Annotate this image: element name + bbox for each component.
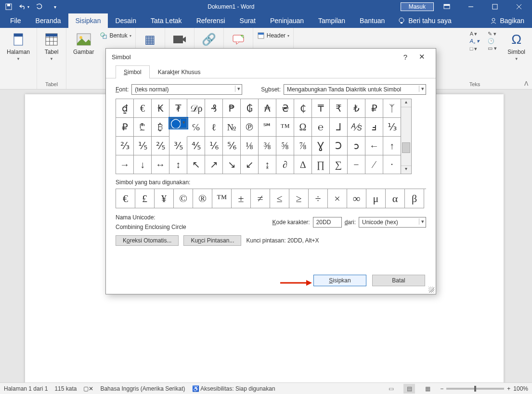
symbol-cell[interactable]: ↑ — [383, 137, 401, 155]
symbol-cell[interactable]: ⅗ — [169, 137, 187, 155]
tell-me[interactable]: Beri tahu saya — [392, 13, 457, 28]
symbol-cell[interactable]: ₳ — [259, 99, 276, 118]
symbol-cell[interactable]: ⅎ — [365, 118, 383, 137]
symbol-cell[interactable]: ⅚ — [223, 137, 241, 155]
symbol-cell[interactable]: ⅖ — [152, 137, 169, 155]
zoom-slider[interactable] — [446, 388, 504, 390]
symbol-cell[interactable]: ₵ — [294, 99, 312, 118]
ribbon-display-icon[interactable] — [436, 0, 458, 13]
word-count[interactable]: 115 kata — [54, 385, 77, 392]
recent-symbol-cell[interactable]: © — [174, 189, 193, 208]
scroll-thumb[interactable] — [402, 142, 410, 153]
symbol-cell[interactable]: ⅍ — [348, 118, 365, 137]
recent-symbol-cell[interactable]: ¥ — [155, 189, 174, 208]
symbol-cell[interactable]: ∂ — [276, 155, 294, 174]
tab-review[interactable]: Peninjauan — [263, 13, 311, 28]
table-button[interactable]: Tabel▼ — [41, 30, 62, 64]
symbol-cell[interactable]: ₽ — [116, 118, 134, 137]
symbol-cell[interactable]: ₭ — [152, 99, 169, 118]
symbol-cell[interactable]: ₿ — [152, 118, 169, 137]
print-layout-icon[interactable]: ▤ — [403, 384, 415, 394]
symbol-cell[interactable]: ᛉ — [383, 99, 401, 118]
from-select[interactable]: Unicode (hex) — [359, 217, 426, 228]
symbol-cell[interactable]: ↨ — [259, 155, 276, 174]
tab-references[interactable]: Referensi — [189, 13, 233, 28]
symbol-cell[interactable]: ∏ — [312, 155, 330, 174]
tab-design[interactable]: Desain — [108, 13, 143, 28]
shortcut-key-button[interactable]: Kunci Pintasan... — [183, 235, 241, 246]
symbol-cell[interactable]: Ɣ — [312, 137, 330, 155]
symbol-cell[interactable]: ⅝ — [276, 137, 294, 155]
symbol-cell[interactable]: ₴ — [276, 99, 294, 118]
symbol-grid[interactable]: ₫€₭₮𝒟ρ₰₱₲₳₴₵₸₹₺₽ᛉ₽₾₿◯℅ℓ№℗℠™Ω℮⅃⅍ⅎ⅓⅔⅕⅖⅗⅘⅙⅚… — [116, 99, 401, 174]
recent-symbol-cell[interactable]: ≠ — [251, 189, 270, 208]
tab-special-chars[interactable]: Karakter Khusus — [150, 65, 209, 78]
pictures-button[interactable]: Gambar — [70, 30, 97, 57]
symbol-cell[interactable]: ◯ — [169, 118, 187, 128]
symbol-cell[interactable]: ∆ — [294, 155, 312, 174]
symbol-cell[interactable]: ⅃ — [330, 118, 348, 137]
undo-icon[interactable]: ▾ — [17, 1, 31, 13]
grid-scrollbar[interactable]: ▴ ▾ — [401, 99, 412, 174]
symbol-cell[interactable]: ↓ — [134, 155, 152, 174]
recent-symbol-cell[interactable]: ™ — [212, 189, 232, 208]
recent-symbol-cell[interactable]: ÷ — [309, 189, 328, 208]
tab-home[interactable]: Beranda — [28, 13, 68, 28]
symbol-cell[interactable]: ↘ — [223, 155, 241, 174]
web-layout-icon[interactable]: ▦ — [422, 384, 433, 394]
symbol-cell[interactable]: ₽ — [365, 99, 383, 118]
datetime-button[interactable]: 🕒 — [488, 38, 494, 44]
recent-symbol-cell[interactable]: ® — [193, 189, 212, 208]
subset-select[interactable]: Mengabungkan Tanda Diakritik untuk Simbo… — [284, 84, 426, 95]
page-status[interactable]: Halaman 1 dari 1 — [4, 385, 48, 392]
close-icon[interactable]: ✕ — [414, 52, 430, 61]
symbol-cell[interactable]: ↗ — [205, 155, 223, 174]
tab-insert[interactable]: Sisipkan — [68, 13, 108, 28]
symbol-cell[interactable]: ₺ — [348, 99, 365, 118]
minimize-icon[interactable] — [460, 0, 482, 13]
zoom-level[interactable]: 100% — [513, 385, 528, 392]
save-icon[interactable] — [2, 1, 15, 13]
symbol-cell[interactable]: ₲ — [241, 99, 259, 118]
symbol-cell[interactable]: ₫ — [116, 99, 134, 118]
symbol-cell[interactable]: № — [223, 118, 241, 137]
symbol-cell[interactable]: 𝒟ρ — [187, 99, 205, 118]
insert-button[interactable]: Sisipkan — [313, 275, 366, 286]
recent-symbol-cell[interactable]: ≤ — [270, 189, 289, 208]
symbol-cell[interactable]: ₮ — [169, 99, 187, 118]
symbol-cell[interactable]: ↕ — [169, 155, 187, 174]
char-code-input[interactable]: 20DD — [313, 217, 342, 228]
symbol-cell[interactable]: ⅞ — [294, 137, 312, 155]
accessibility-status[interactable]: ♿ Aksesibilitas: Siap digunakan — [192, 385, 275, 392]
recent-symbol-cell[interactable]: ≥ — [289, 189, 309, 208]
zoom-out-icon[interactable]: − — [440, 385, 443, 392]
symbol-cell[interactable]: ⅓ — [383, 118, 401, 137]
recent-symbol-cell[interactable]: ± — [232, 189, 251, 208]
symbol-cell[interactable]: ₱ — [223, 99, 241, 118]
language-status[interactable]: Bahasa Inggris (Amerika Serikat) — [100, 385, 185, 392]
help-icon[interactable]: ? — [397, 53, 414, 61]
dropcap-button[interactable]: A≡ ▾ — [470, 38, 480, 45]
tab-file[interactable]: File — [3, 13, 28, 28]
symbol-cell[interactable]: ℅ — [187, 118, 205, 137]
symbol-cell[interactable]: ↔ — [152, 155, 169, 174]
symbol-cell[interactable]: Ɔ — [330, 137, 348, 155]
share-button[interactable]: Bagikan — [482, 13, 532, 28]
redo-icon[interactable] — [33, 1, 46, 13]
object-button[interactable]: □ ▾ — [470, 46, 478, 52]
symbol-cell[interactable]: ℗ — [241, 118, 259, 137]
symbol-cell[interactable]: ɔ — [348, 137, 365, 155]
scroll-down-icon[interactable]: ▾ — [401, 165, 411, 174]
resize-grip-icon[interactable] — [428, 287, 434, 292]
symbol-cell[interactable]: − — [348, 155, 365, 174]
read-mode-icon[interactable]: ▭ — [385, 384, 397, 394]
pages-button[interactable]: Halaman▼ — [4, 30, 33, 64]
symbol-cell[interactable]: ₾ — [134, 118, 152, 137]
recent-symbol-cell[interactable]: ∞ — [347, 189, 366, 208]
collapse-ribbon-icon[interactable]: ᐱ — [524, 80, 528, 87]
recent-symbol-cell[interactable]: × — [328, 189, 347, 208]
cancel-button[interactable]: Batal — [372, 275, 425, 286]
symbol-cell[interactable]: ⅜ — [259, 137, 276, 155]
signin-button[interactable]: Masuk — [401, 2, 434, 11]
symbol-cell[interactable]: ↙ — [241, 155, 259, 174]
